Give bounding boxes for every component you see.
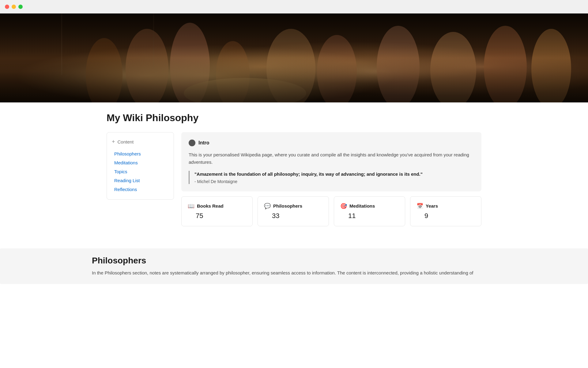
philosophers-section-title: Philosophers (92, 256, 496, 266)
svg-rect-3 (0, 13, 588, 102)
philosophers-section-body: In the Philosophers section, notes are s… (92, 269, 496, 277)
philosophers-section: Philosophers In the Philosophers section… (0, 248, 588, 284)
svg-point-10 (317, 35, 357, 102)
quote-block: "Amazement is the foundation of all phil… (189, 171, 474, 184)
svg-rect-1 (0, 13, 588, 102)
stat-meditations-header: 🎯 Meditations (340, 203, 399, 209)
svg-point-14 (531, 29, 571, 102)
quote-text: "Amazement is the foundation of all phil… (194, 171, 474, 178)
stat-books-header: 📖 Books Read (188, 203, 246, 209)
stat-books-value: 75 (188, 212, 246, 220)
svg-point-12 (430, 32, 476, 102)
svg-rect-17 (153, 13, 154, 69)
right-content: Intro This is your personalised Wikipedi… (181, 132, 481, 226)
hero-image (0, 13, 588, 102)
stat-card-years: 📅 Years 9 (410, 196, 481, 226)
svg-point-7 (170, 23, 210, 102)
svg-rect-4 (0, 13, 588, 102)
stat-philosophers-value: 33 (264, 212, 322, 220)
stat-years-value: 9 (417, 212, 475, 220)
stat-books-label: Books Read (197, 203, 224, 209)
stat-card-books: 📖 Books Read 75 (181, 196, 253, 226)
stat-years-label: Years (426, 203, 438, 209)
svg-point-5 (86, 38, 123, 102)
sidebar-item-topics[interactable]: Topics (112, 168, 169, 175)
svg-rect-0 (0, 13, 588, 102)
sidebar-item-philosophers[interactable]: Philosophers (112, 150, 169, 158)
sidebar: + Content Philosophers Meditations Topic… (107, 132, 174, 200)
maximize-button[interactable] (18, 5, 23, 9)
books-icon: 📖 (188, 203, 194, 209)
sidebar-header: + Content (112, 139, 169, 145)
stat-meditations-value: 11 (340, 212, 399, 220)
years-icon: 📅 (417, 203, 423, 209)
intro-body: This is your personalised Wikipedia page… (189, 151, 474, 166)
stats-row: 📖 Books Read 75 💬 Philosophers 33 🎯 M (181, 196, 481, 226)
stat-card-meditations: 🎯 Meditations 11 (334, 196, 405, 226)
svg-point-15 (184, 78, 306, 102)
minimize-button[interactable] (12, 5, 16, 9)
svg-point-9 (266, 29, 315, 102)
quote-author: - Michel De Montaigne (194, 179, 474, 184)
meditations-icon: 🎯 (340, 203, 347, 209)
main-content: My Wiki Philosophy + Content Philosopher… (92, 102, 496, 236)
svg-point-6 (126, 29, 168, 102)
titlebar (0, 0, 588, 13)
svg-point-8 (216, 41, 250, 102)
layout: + Content Philosophers Meditations Topic… (107, 132, 481, 226)
intro-header: Intro (189, 140, 474, 146)
sidebar-item-meditations[interactable]: Meditations (112, 159, 169, 167)
svg-rect-2 (0, 13, 588, 102)
intro-title: Intro (198, 140, 209, 146)
svg-rect-16 (61, 13, 62, 75)
sidebar-item-reading-list[interactable]: Reading List (112, 177, 169, 184)
stat-card-philosophers: 💬 Philosophers 33 (258, 196, 329, 226)
philosophers-section-inner: Philosophers In the Philosophers section… (92, 256, 496, 277)
svg-point-11 (377, 26, 420, 102)
svg-point-13 (484, 26, 527, 102)
stat-meditations-label: Meditations (349, 203, 375, 209)
stat-philosophers-header: 💬 Philosophers (264, 203, 322, 209)
hero-painting (0, 13, 588, 102)
svg-rect-18 (0, 13, 588, 102)
hero-svg (0, 13, 588, 102)
intro-card: Intro This is your personalised Wikipedi… (181, 132, 481, 191)
sidebar-item-reflections[interactable]: Reflections (112, 186, 169, 193)
sidebar-content-label: Content (118, 139, 134, 144)
sidebar-nav: Philosophers Meditations Topics Reading … (112, 150, 169, 193)
philosophers-icon: 💬 (264, 203, 271, 209)
add-icon[interactable]: + (112, 139, 115, 145)
intro-dot-icon (189, 140, 195, 146)
close-button[interactable] (5, 5, 9, 9)
page-title: My Wiki Philosophy (107, 112, 481, 124)
stat-years-header: 📅 Years (417, 203, 475, 209)
stat-philosophers-label: Philosophers (273, 203, 302, 209)
